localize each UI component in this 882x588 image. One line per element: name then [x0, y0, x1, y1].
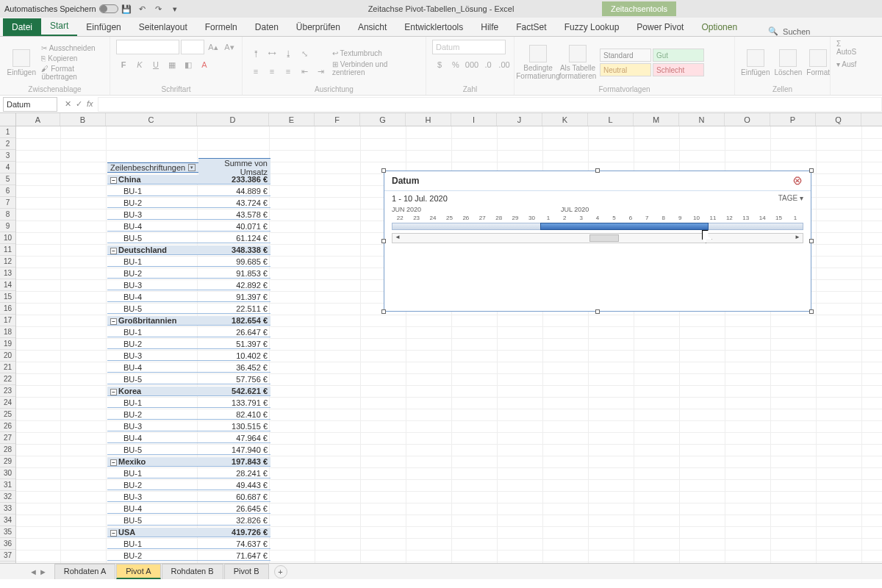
tell-me-search[interactable]: 🔍 Suchen: [768, 26, 810, 36]
bold-button[interactable]: F: [116, 57, 131, 72]
col-header-O[interactable]: O: [725, 113, 770, 126]
orientation-icon[interactable]: ⤡: [297, 46, 312, 61]
tab-seitenlayout[interactable]: Seitenlayout: [130, 18, 196, 36]
row-header-3[interactable]: 3: [0, 150, 15, 162]
row-header-29[interactable]: 29: [0, 456, 15, 467]
col-header-D[interactable]: D: [197, 113, 269, 126]
underline-button[interactable]: U: [148, 57, 163, 72]
sheet-tab-rohdaten-b[interactable]: Rohdaten B: [162, 564, 223, 579]
worksheet-grid[interactable]: ABCDEFGHIJKLMNOPQ 1234567891011121314151…: [0, 113, 882, 563]
pivot-group[interactable]: −China: [107, 175, 198, 184]
row-header-18[interactable]: 18: [0, 326, 15, 338]
collapse-icon[interactable]: −: [110, 248, 117, 254]
align-right-icon[interactable]: ≡: [281, 64, 295, 79]
qat-dropdown-icon[interactable]: ▾: [169, 3, 181, 15]
pivot-group[interactable]: −USA: [107, 528, 198, 537]
collapse-icon[interactable]: −: [110, 177, 117, 184]
collapse-icon[interactable]: −: [110, 318, 117, 325]
fill-button[interactable]: ▾ Ausf: [836, 60, 856, 68]
row-header-21[interactable]: 21: [0, 362, 15, 373]
pivot-item[interactable]: BU-1: [107, 187, 198, 196]
row-header-23[interactable]: 23: [0, 385, 15, 397]
tab-formeln[interactable]: Formeln: [196, 18, 246, 36]
pivot-item[interactable]: BU-5: [107, 304, 198, 314]
accept-formula-icon[interactable]: ✓: [76, 99, 82, 109]
resize-handle-se-icon[interactable]: [809, 309, 814, 314]
col-header-I[interactable]: I: [451, 113, 497, 126]
merge-center-button[interactable]: ⊞ Verbinden und zentrieren: [332, 60, 420, 76]
clear-filter-icon[interactable]: ⮾: [793, 176, 803, 186]
thousands-icon[interactable]: 000: [465, 57, 479, 72]
pivot-item[interactable]: BU-2: [107, 340, 198, 349]
col-header-L[interactable]: L: [588, 113, 634, 126]
row-header-11[interactable]: 11: [0, 244, 15, 256]
pivot-item[interactable]: BU-3: [107, 492, 198, 502]
tab-file[interactable]: Datei: [3, 18, 41, 36]
redo-icon[interactable]: ↷: [153, 3, 165, 15]
align-left-icon[interactable]: ≡: [248, 64, 263, 79]
row-header-26[interactable]: 26: [0, 420, 15, 432]
pivot-item[interactable]: BU-2: [107, 481, 198, 490]
row-header-24[interactable]: 24: [0, 397, 15, 409]
autosum-button[interactable]: Σ AutoS: [836, 40, 861, 56]
pivot-item[interactable]: BU-5: [107, 234, 198, 243]
tab-einfügen[interactable]: Einfügen: [77, 18, 129, 36]
resize-handle-nw-icon[interactable]: [381, 168, 386, 173]
sheet-tab-pivot-b[interactable]: Pivot B: [224, 564, 269, 579]
sheet-tab-pivot-a[interactable]: Pivot A: [116, 564, 160, 579]
row-header-4[interactable]: 4: [0, 162, 15, 173]
conditional-formatting-button[interactable]: Bedingte Formatierung: [520, 45, 556, 80]
row-header-9[interactable]: 9: [0, 220, 15, 232]
number-format-combo[interactable]: Datum: [432, 40, 506, 54]
sheet-tab-rohdaten-a[interactable]: Rohdaten A: [54, 564, 116, 579]
pivot-item[interactable]: BU-4: [107, 222, 198, 232]
pivot-item[interactable]: BU-1: [107, 398, 198, 408]
name-box[interactable]: Datum: [3, 97, 57, 112]
style-standard[interactable]: Standard: [600, 49, 651, 62]
pivot-item[interactable]: BU-5: [107, 516, 198, 526]
italic-button[interactable]: K: [132, 57, 147, 72]
delete-cells-button[interactable]: Löschen: [774, 49, 802, 76]
pivot-item[interactable]: BU-4: [107, 293, 198, 302]
row-header-5[interactable]: 5: [0, 173, 15, 185]
style-good[interactable]: Gut: [653, 49, 704, 62]
timeline-scrollbar[interactable]: ◄ ►: [392, 233, 803, 243]
pivot-item[interactable]: BU-4: [107, 434, 198, 443]
filter-dropdown-icon[interactable]: ▾: [188, 164, 196, 171]
row-header-10[interactable]: 10: [0, 232, 15, 244]
pivot-group[interactable]: −Deutschland: [107, 245, 198, 255]
row-header-20[interactable]: 20: [0, 350, 15, 362]
tab-entwicklertools[interactable]: Entwicklertools: [395, 18, 472, 36]
row-header-36[interactable]: 36: [0, 538, 15, 550]
resize-handle-ne-icon[interactable]: [809, 168, 814, 173]
pivot-group[interactable]: −Korea: [107, 387, 198, 396]
pivot-group[interactable]: −Mexiko: [107, 457, 198, 467]
wrap-text-button[interactable]: ↩ Textumbruch: [332, 49, 420, 57]
tab-start[interactable]: Start: [41, 17, 77, 36]
row-header-14[interactable]: 14: [0, 279, 15, 291]
row-header-22[interactable]: 22: [0, 373, 15, 385]
row-header-33[interactable]: 33: [0, 503, 15, 514]
row-header-31[interactable]: 31: [0, 479, 15, 491]
toggle-switch-icon[interactable]: [99, 4, 118, 13]
pivot-item[interactable]: BU-5: [107, 445, 198, 455]
row-header-12[interactable]: 12: [0, 256, 15, 268]
align-bottom-icon[interactable]: ⭳: [281, 46, 295, 61]
pivot-item[interactable]: BU-2: [107, 269, 198, 279]
col-header-M[interactable]: M: [634, 113, 679, 126]
row-header-35[interactable]: 35: [0, 526, 15, 538]
row-header-8[interactable]: 8: [0, 209, 15, 220]
pivot-item[interactable]: BU-1: [107, 469, 198, 478]
col-header-A[interactable]: A: [16, 113, 60, 126]
increase-font-icon[interactable]: A▴: [206, 40, 220, 54]
pivot-item[interactable]: BU-2: [107, 198, 198, 208]
dec-inc-icon[interactable]: .0: [481, 57, 495, 72]
resize-handle-sw-icon[interactable]: [381, 309, 386, 314]
row-header-2[interactable]: 2: [0, 138, 15, 150]
row-header-37[interactable]: 37: [0, 550, 15, 562]
row-header-15[interactable]: 15: [0, 291, 15, 303]
pivot-item[interactable]: BU-1: [107, 539, 198, 549]
row-header-32[interactable]: 32: [0, 491, 15, 503]
insert-cells-button[interactable]: Einfügen: [741, 49, 770, 76]
cancel-formula-icon[interactable]: ✕: [65, 99, 71, 109]
